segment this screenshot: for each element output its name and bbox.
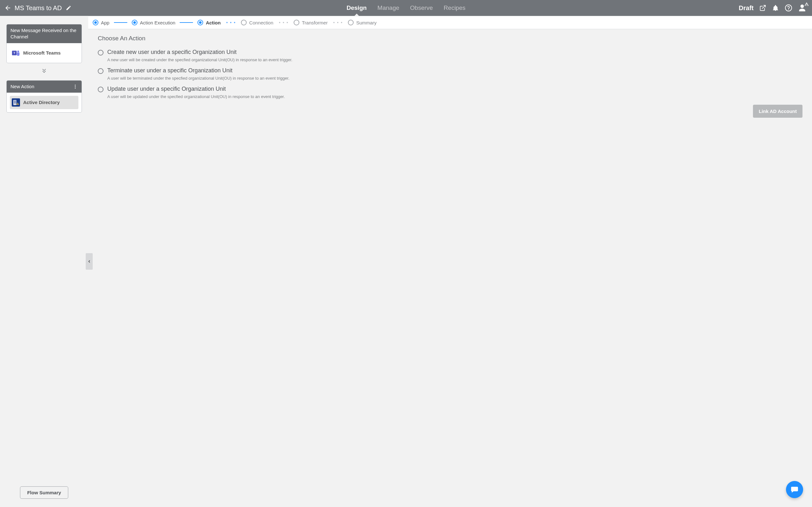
action-app-label: Active Directory [23,100,60,105]
action-option-create-user[interactable]: Create new user under a specific Organiz… [98,49,803,56]
back-arrow-icon[interactable] [4,4,11,11]
step-dots [333,22,342,23]
step-connection[interactable]: Connection [241,20,273,25]
step-radio-icon [348,20,354,25]
step-radio-icon [241,20,247,25]
step-radio-icon [93,20,98,25]
step-radio-icon [293,20,299,25]
tab-recipes-label: Recipes [444,4,466,11]
ms-teams-icon: T [12,49,20,57]
option-title: Update user under a specific Organizatio… [107,86,226,92]
svg-rect-11 [13,100,16,105]
open-external-icon[interactable] [759,4,766,11]
svg-rect-17 [15,103,16,103]
radio-icon [98,50,104,56]
trigger-app-row[interactable]: T Microsoft Teams [10,46,78,60]
link-ad-account-button[interactable]: Link AD Account [753,105,803,118]
card-menu-icon[interactable] [73,84,78,89]
step-radio-icon [132,20,138,25]
header-left: MS Teams to AD [4,4,93,12]
header-right: Draft [739,4,806,12]
action-app-row[interactable]: Active Directory [10,96,78,109]
collapse-sidebar-button[interactable] [86,253,93,270]
user-avatar-icon[interactable] [798,4,806,12]
svg-rect-14 [14,102,15,102]
svg-rect-13 [15,101,16,101]
svg-line-1 [762,5,765,9]
option-title: Terminate user under a specific Organiza… [107,67,232,74]
tab-design[interactable]: Design [347,0,367,16]
svg-point-7 [75,85,76,86]
step-transformer-label: Transformer [302,20,328,25]
panel-title: Choose An Action [98,35,803,42]
status-label: Draft [739,4,754,12]
user-alert-badge-icon [804,2,809,6]
svg-rect-12 [14,101,15,101]
flow-connector-icon [6,68,82,76]
svg-point-9 [75,88,76,89]
active-directory-icon [12,98,20,107]
action-option-update-user[interactable]: Update user under a specific Organizatio… [98,86,803,92]
svg-point-6 [17,50,19,52]
step-app[interactable]: App [93,20,110,25]
tab-recipes[interactable]: Recipes [444,0,466,16]
trigger-card-header: New Message Received on the Channel [7,24,82,43]
step-action-label: Action [206,20,221,25]
app-header: MS Teams to AD Design Manage Observe Rec… [0,0,812,16]
option-desc: A new user will be created under the spe… [107,57,803,62]
step-dots [226,22,235,23]
step-transformer[interactable]: Transformer [293,20,328,25]
step-action-execution[interactable]: Action Execution [132,20,175,25]
step-bar: App Action Execution Action Connection T… [88,16,812,29]
svg-rect-19 [17,104,18,104]
svg-rect-15 [15,102,16,102]
svg-point-8 [75,86,76,87]
option-desc: A user will be terminated under the spec… [107,76,803,80]
action-option-terminate-user[interactable]: Terminate user under a specific Organiza… [98,67,803,74]
action-card[interactable]: New Action Active Directory [6,80,82,113]
action-card-title: New Action [10,83,34,90]
notifications-icon[interactable] [772,4,779,11]
svg-rect-16 [14,103,15,103]
edit-title-icon[interactable] [66,5,71,11]
step-action[interactable]: Action [198,20,221,25]
flow-sidebar: New Message Received on the Channel T Mi… [0,16,88,507]
chat-fab-button[interactable] [786,481,803,498]
radio-icon [98,87,104,92]
option-title: Create new user under a specific Organiz… [107,49,236,56]
step-summary[interactable]: Summary [348,20,376,25]
main-panel: App Action Execution Action Connection T… [88,16,812,507]
tab-design-label: Design [347,4,367,11]
tab-manage-label: Manage [377,4,399,11]
step-connector [180,22,193,23]
step-dots [279,22,288,23]
tab-observe-label: Observe [410,4,433,11]
svg-rect-18 [17,103,18,104]
option-desc: A user will be updated under the specfie… [107,94,803,99]
step-radio-icon [198,20,203,25]
step-app-label: App [101,20,110,25]
tab-observe[interactable]: Observe [410,0,433,16]
step-summary-label: Summary [356,20,376,25]
trigger-card[interactable]: New Message Received on the Channel T Mi… [6,24,82,63]
step-connector [114,22,127,23]
tab-manage[interactable]: Manage [377,0,399,16]
action-chooser: Choose An Action Create new user under a… [88,29,812,507]
help-icon[interactable] [785,4,792,12]
chat-icon [791,486,799,494]
trigger-app-label: Microsoft Teams [23,50,61,56]
step-action-execution-label: Action Execution [140,20,175,25]
trigger-card-title: New Message Received on the Channel [10,27,78,40]
flow-summary-button[interactable]: Flow Summary [20,486,68,499]
radio-icon [98,68,104,74]
svg-text:T: T [13,51,15,55]
action-card-header: New Action [7,80,82,93]
step-connection-label: Connection [249,20,273,25]
header-tabs: Design Manage Observe Recipes [347,0,466,16]
page-title: MS Teams to AD [15,4,62,12]
